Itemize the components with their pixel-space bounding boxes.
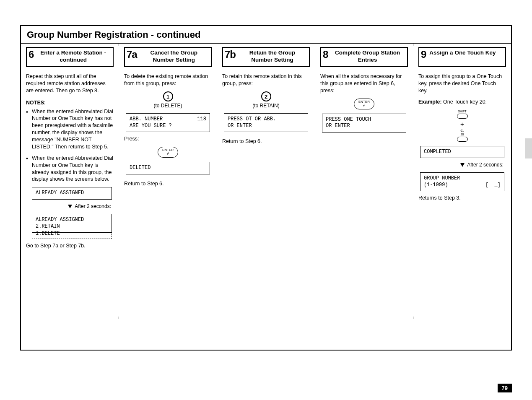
step-number: 8 [323,49,328,60]
page-side-tab [525,138,532,158]
lcd-deleted: DELETED [126,162,210,174]
shift-key-icon [457,114,468,119]
step9-outro: Returns to Step 3. [418,195,506,202]
key-1-caption: (to DELETE) [124,102,212,109]
step-number: 7a [127,49,137,60]
step-number: 6 [29,49,34,60]
page-number: 79 [498,384,512,392]
step6-intro: Repeat this step until all of the requir… [26,73,114,94]
lcd-group-number: GROUP NUMBER (1-1999)[ _] [420,172,504,191]
step6-outro: Go to Step 7a or Step 7b. [26,242,114,249]
key-2-caption: (to RETAIN) [222,102,310,109]
notes-heading: NOTES: [26,99,114,106]
key-1-block: 1 (to DELETE) [124,91,212,109]
enter-key-icon: ENTER↲ [354,99,374,109]
key-2-block: 2 (to RETAIN) [222,91,310,109]
step-head-8: 8 Complete Group Station Entries [320,47,408,67]
key-subscript: 20 [461,133,464,136]
col-step-7a: 7a Cancel the Group Number Setting To de… [119,44,217,350]
key-superscript: 01 [461,129,464,132]
step7a-outro: Return to Step 6. [124,180,212,187]
key-2-icon: 2 [261,91,271,101]
lcd-delete-extension: 1.DELETE [32,229,112,239]
step-head-9: 9 Assign a One Touch Key [418,47,506,67]
step7b-outro: Return to Step 6. [222,138,310,145]
shift-label: SHIFT [458,110,466,113]
step-title: Assign a One Touch Key [428,49,503,57]
step8-intro: When all the stations necessary for this… [320,73,408,94]
enter-key-block: ENTER↲ [320,99,408,109]
col-step-7b: 7b Retain the Group Number Setting To re… [217,44,315,350]
arrow-down-icon [460,163,465,167]
step-title: Enter a Remote Station - continued [36,49,110,64]
step-head-7b: 7b Retain the Group Number Setting [222,47,310,67]
section-title: Group Number Registration - continued [27,29,505,40]
lcd-press-ot-or-abb: PRESS OT OR ABB. OR ENTER [224,113,308,132]
manual-page-frame: Group Number Registration - continued 6 … [20,25,512,351]
col-step-8: 8 Complete Group Station Entries When al… [315,44,413,350]
step-number: 7b [225,49,236,60]
after-2-seconds-label: After 2 seconds: [418,161,503,168]
step7a-intro: To delete the existing remote station fr… [124,73,212,87]
note-item: When the entered Abbreviated Dial Number… [26,155,114,183]
section-title-bar: Group Number Registration - continued [21,26,511,44]
plus-icon: + [460,121,464,127]
example-text: One Touch key 20. [442,99,487,105]
col-step-6: 6 Enter a Remote Station - continued Rep… [21,44,119,350]
step9-example: Example: One Touch key 20. [418,99,506,106]
lcd-press-one-touch: PRESS ONE TOUCH OR ENTER [322,114,406,132]
step-title: Complete Group Station Entries [330,49,405,64]
lcd-completed: COMPLETED [420,146,504,158]
lcd-already-assigned-1: ALREADY ASSIGNED [32,187,112,200]
step-number: 9 [421,49,426,60]
step7b-intro: To retain this remote station in this gr… [222,73,310,87]
step-title: Retain the Group Number Setting [238,49,306,64]
enter-key-block: ENTER↲ [124,147,212,158]
notes-list: When the entered Abbreviated Dial Number… [26,108,114,183]
key-1-icon: 1 [163,91,173,101]
note-item: When the entered Abbreviated Dial Number… [26,108,114,151]
columns: 6 Enter a Remote Station - continued Rep… [21,44,511,350]
step-head-6: 6 Enter a Remote Station - continued [26,47,114,67]
step-head-7a: 7a Cancel the Group Number Setting [124,47,212,67]
step9-intro: To assign this group to a One Touch key,… [418,73,506,94]
arrow-down-icon [68,205,72,208]
lcd-abb-number: ABB. NUMBER118ARE YOU SURE ? [126,113,210,132]
enter-key-icon: ENTER↲ [158,147,178,158]
onetouch-key-icon [457,137,468,142]
example-label: Example: [418,99,442,105]
step-title: Cancel the Group Number Setting [140,49,208,64]
after-2-seconds-label: After 2 seconds: [26,203,111,210]
key-sequence: SHIFT + 01 20 [418,110,506,142]
press-label: Press: [124,135,212,143]
col-step-9: 9 Assign a One Touch Key To assign this … [413,44,511,350]
